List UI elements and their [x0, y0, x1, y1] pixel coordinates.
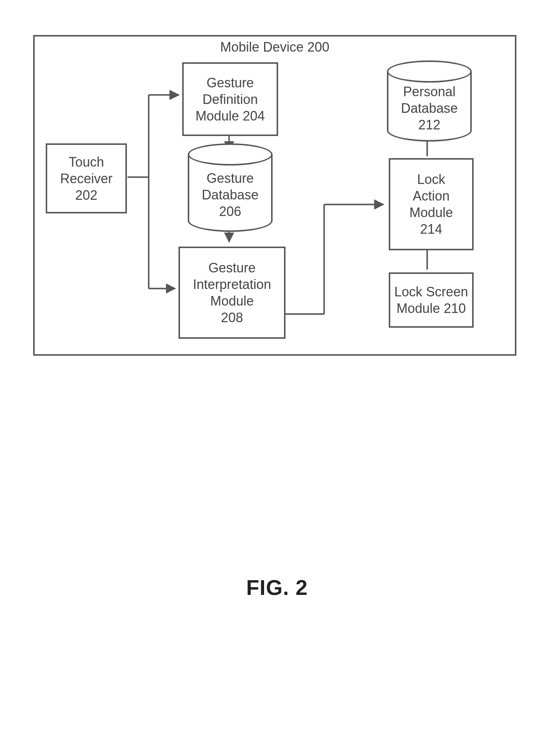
block-line: 212 — [418, 116, 440, 133]
block-line: 208 — [221, 309, 243, 326]
block-line: 206 — [219, 203, 241, 220]
block-line: Module — [210, 293, 254, 309]
cylinder-body: Gesture Database 206 — [188, 154, 273, 232]
block-line: Database — [202, 187, 259, 203]
block-line: Gesture — [207, 170, 254, 187]
touch-receiver-block: Touch Receiver 202 — [46, 143, 127, 213]
block-line: Module — [409, 204, 453, 221]
block-line: Module 204 — [195, 108, 265, 124]
gesture-interpretation-block: Gesture Interpretation Module 208 — [179, 247, 285, 339]
block-line: 202 — [75, 187, 97, 203]
block-line: Module 210 — [397, 300, 466, 317]
block-line: Gesture — [208, 259, 256, 276]
personal-database-cylinder: Personal Database 212 — [387, 72, 472, 142]
cylinder-lid — [188, 143, 273, 166]
lock-action-block: Lock Action Module 214 — [389, 158, 474, 250]
block-line: Action — [413, 188, 450, 204]
container-title: Mobile Device 200 — [35, 39, 515, 55]
block-line: Lock — [417, 171, 445, 188]
block-line: Receiver — [60, 170, 112, 187]
block-line: Definition — [202, 91, 258, 108]
page-root: Mobile Device 200 Touch Receiver 202 Ges… — [0, 0, 554, 756]
block-line: 214 — [420, 221, 442, 237]
figure-caption: FIG. 2 — [0, 575, 554, 600]
block-line: Touch — [69, 154, 104, 170]
block-line: Interpretation — [193, 276, 271, 293]
cylinder-lid — [387, 60, 472, 83]
block-line: Database — [401, 100, 458, 116]
gesture-database-cylinder: Gesture Database 206 — [188, 154, 273, 232]
block-line: Gesture — [207, 74, 254, 91]
block-line: Lock Screen — [394, 283, 468, 300]
lock-screen-block: Lock Screen Module 210 — [389, 272, 474, 328]
mobile-device-container: Mobile Device 200 Touch Receiver 202 Ges… — [33, 35, 516, 356]
block-line: Personal — [403, 83, 456, 100]
gesture-definition-block: Gesture Definition Module 204 — [182, 62, 278, 136]
